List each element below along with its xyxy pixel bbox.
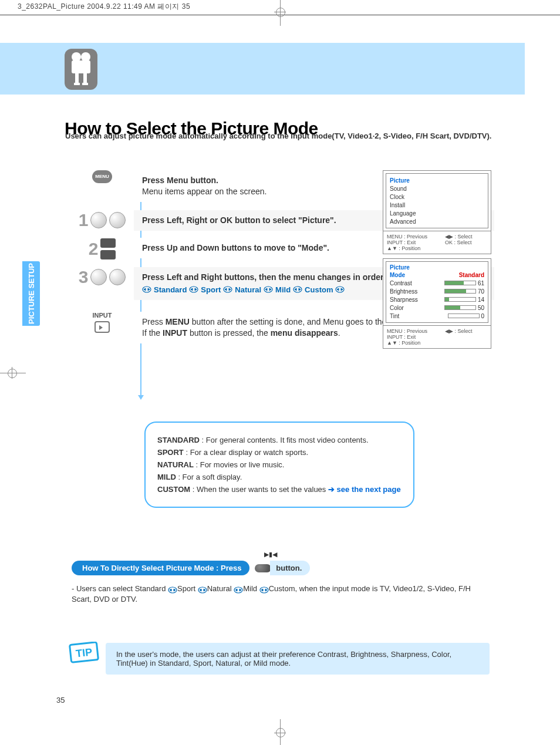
osd1-item: Advanced — [390, 217, 484, 225]
mode-seq-item: Sport — [201, 285, 221, 294]
direct-select-button-icon — [255, 564, 271, 572]
direct-select-strip: ▶▮◀ How To Directly Select Picture Mode … — [72, 561, 490, 605]
mode-option: MILD : For a soft display. — [157, 473, 402, 481]
osd1-foot-input: INPUT : Exit — [387, 240, 427, 245]
svg-point-1 — [81, 52, 90, 62]
osd2-row: Brightness 70 — [390, 287, 484, 295]
osd1-foot-pos: ▲▼ : Position — [387, 245, 427, 251]
osd2-row: Contrast 61 — [390, 279, 484, 287]
mode-descriptions-box: STANDARD : For general contents. It fits… — [144, 422, 414, 508]
step-3-number: 3 — [79, 267, 89, 287]
osd2-title: Picture — [390, 264, 484, 271]
osd2-foot-pos: ▲▼ : Position — [387, 340, 427, 346]
remote-input-label: INPUT — [93, 312, 112, 319]
crop-mark-bottom — [280, 719, 281, 745]
osd2-row: Sharpness 14 — [390, 295, 484, 304]
osd1-foot-lr: ◀▶ : Select — [445, 234, 473, 240]
tip-text: In the user's mode, the users can adjust… — [106, 643, 490, 675]
osd1-foot-ok: OK : Select — [445, 240, 473, 245]
see-next-page-link: ➔ see the next page — [328, 485, 401, 494]
osd2-foot-menu: MENU : Previous — [387, 328, 427, 334]
page-subtitle: Users can adjust picture mode automatica… — [65, 132, 491, 140]
osd2-foot-lr: ◀▶ : Select — [445, 328, 473, 334]
step-1-number: 1 — [79, 210, 89, 230]
mode-option: SPORT : For a clear display or watch spo… — [157, 448, 402, 457]
remote-right-button-icon — [109, 212, 126, 228]
tip-badge-icon: TIP — [68, 642, 103, 668]
crop-mark-left — [0, 373, 26, 373]
mode-option: STANDARD : For general contents. It fits… — [157, 436, 402, 444]
osd2-row: Tint 0 — [390, 312, 484, 320]
remote-left-button-icon-2 — [90, 269, 107, 285]
mode-option: NATURAL : For movies or live music. — [157, 460, 402, 469]
osd1-foot-menu: MENU : Previous — [387, 234, 427, 240]
remote-menu-button-icon: MENU — [92, 170, 112, 183]
osd1-item: Language — [390, 209, 484, 217]
osd1-item: Install — [390, 201, 484, 209]
picture-mode-remote-glyph: ▶▮◀ — [264, 551, 277, 558]
remote-down-button-icon — [100, 250, 116, 259]
mode-seq-item: Mild — [275, 285, 291, 294]
direct-select-label: How To Directly Select Picture Mode : Pr… — [72, 561, 249, 575]
mode-seq-item: Natural — [235, 285, 261, 294]
tip-box: TIP In the user's mode, the users can ad… — [70, 643, 490, 675]
section-picture-icon — [65, 49, 97, 90]
step-2-number: 2 — [89, 239, 99, 259]
mode-sequence: Standard Sport Natural Mild Custom — [142, 285, 345, 294]
page-number: 35 — [56, 696, 65, 704]
remote-up-button-icon — [100, 238, 116, 248]
manual-page: 3_2632PAL_Picture 2004.9.22 11:49 AM 페이지… — [0, 0, 560, 745]
svg-rect-5 — [74, 83, 80, 85]
svg-rect-3 — [75, 73, 79, 84]
osd-picture-menu: Picture ModeStandardContrast 61Brightnes… — [383, 258, 491, 349]
side-tab-picture-setup: PICTURE SETUP — [22, 261, 40, 326]
svg-point-0 — [72, 52, 81, 62]
direct-select-tail: button. — [270, 561, 310, 575]
osd1-item: Sound — [390, 184, 484, 193]
svg-rect-2 — [72, 60, 90, 73]
osd2-row: Color 50 — [390, 304, 484, 312]
svg-rect-6 — [82, 83, 88, 85]
osd2-foot-input: INPUT : Exit — [387, 334, 427, 340]
remote-input-button-icon — [95, 321, 110, 333]
osd-main-menu: PictureSoundClockInstallLanguageAdvanced… — [383, 170, 491, 254]
crop-mark-top — [280, 0, 281, 26]
mode-seq-item: Standard — [154, 285, 187, 294]
osd2-row: ModeStandard — [390, 271, 484, 279]
svg-text:TIP: TIP — [75, 646, 93, 660]
remote-right-button-icon-2 — [109, 269, 126, 285]
svg-rect-4 — [83, 73, 87, 84]
remote-left-button-icon — [90, 212, 107, 228]
direct-select-note: - Users can select Standard Sport Natura… — [72, 584, 490, 605]
mode-option: CUSTOM : When the user wants to set the … — [157, 485, 402, 494]
osd1-item: Picture — [390, 176, 484, 184]
mode-seq-item: Custom — [305, 285, 333, 294]
osd1-item: Clock — [390, 193, 484, 201]
